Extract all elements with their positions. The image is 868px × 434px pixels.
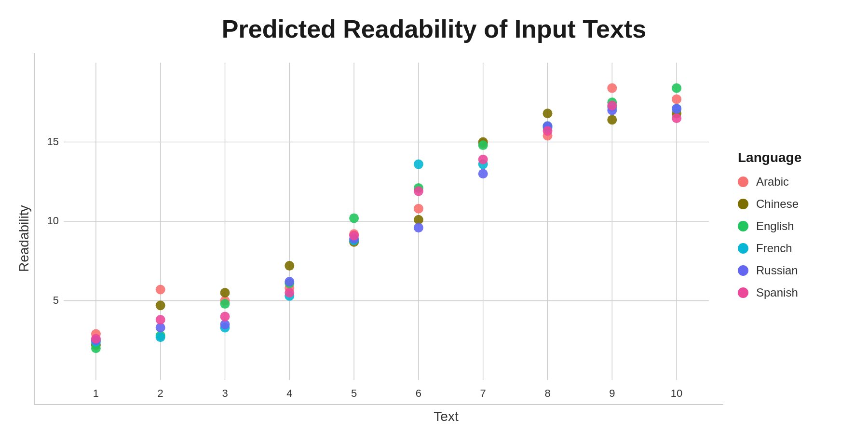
svg-point-78 — [220, 312, 230, 321]
svg-text:9: 9 — [609, 387, 615, 399]
legend-label: Spanish — [756, 286, 798, 299]
legend-label: English — [756, 219, 794, 233]
y-axis-label: Readability — [10, 53, 34, 424]
svg-point-52 — [478, 140, 488, 150]
chart-area-wrapper: 5101512345678910 Language Arabic Chinese… — [34, 53, 858, 424]
svg-text:5: 5 — [53, 294, 59, 306]
svg-point-61 — [414, 160, 423, 169]
svg-text:7: 7 — [480, 387, 486, 399]
legend-item: Russian — [738, 264, 844, 277]
svg-point-71 — [414, 223, 423, 232]
legend-title: Language — [738, 150, 844, 165]
svg-point-69 — [285, 277, 294, 286]
svg-text:15: 15 — [47, 136, 59, 148]
x-axis-label: Text — [34, 409, 858, 424]
svg-text:1: 1 — [93, 387, 99, 399]
legend-items: Arabic Chinese English French Russian Sp… — [738, 175, 844, 308]
legend: Language Arabic Chinese English French R… — [723, 53, 858, 405]
legend-item: Spanish — [738, 286, 844, 299]
legend-dot — [738, 221, 748, 231]
legend-dot — [738, 265, 748, 276]
svg-point-81 — [414, 186, 423, 196]
legend-label: Russian — [756, 264, 798, 277]
svg-point-76 — [91, 334, 101, 343]
svg-point-77 — [156, 315, 165, 325]
svg-point-83 — [543, 126, 553, 136]
legend-item: Chinese — [738, 197, 844, 211]
svg-point-34 — [607, 83, 617, 93]
svg-text:4: 4 — [286, 387, 292, 399]
svg-point-31 — [414, 204, 423, 214]
legend-label: French — [756, 242, 792, 255]
svg-point-72 — [478, 169, 488, 178]
legend-dot — [738, 199, 748, 209]
svg-point-35 — [672, 95, 681, 104]
svg-point-44 — [607, 115, 617, 124]
svg-text:10: 10 — [47, 215, 59, 227]
legend-dot — [738, 243, 748, 254]
svg-point-43 — [543, 108, 553, 118]
svg-text:2: 2 — [158, 387, 163, 399]
svg-point-27 — [156, 285, 165, 294]
legend-label: Arabic — [756, 175, 789, 189]
svg-point-82 — [478, 155, 488, 164]
chart-and-legend: 5101512345678910 Language Arabic Chinese… — [34, 53, 858, 405]
svg-point-79 — [285, 288, 294, 298]
legend-dot — [738, 287, 748, 298]
svg-text:10: 10 — [671, 387, 682, 399]
chart-body: Readability 5101512345678910 Language Ar… — [10, 53, 858, 424]
svg-point-48 — [220, 299, 230, 309]
svg-point-57 — [156, 332, 165, 342]
legend-dot — [738, 176, 748, 187]
svg-text:8: 8 — [544, 387, 550, 399]
svg-point-38 — [220, 288, 230, 298]
svg-text:6: 6 — [416, 387, 421, 399]
svg-point-55 — [672, 83, 681, 93]
svg-point-75 — [672, 104, 681, 113]
scatter-plot: 5101512345678910 — [35, 53, 723, 404]
svg-point-37 — [156, 300, 165, 310]
legend-item: English — [738, 219, 844, 233]
svg-point-84 — [607, 101, 617, 110]
svg-text:3: 3 — [222, 387, 228, 399]
legend-label: Chinese — [756, 197, 799, 211]
chart-title: Predicted Readability of Input Texts — [222, 14, 646, 43]
legend-item: French — [738, 242, 844, 255]
svg-point-85 — [672, 113, 681, 123]
chart-area: 5101512345678910 — [34, 53, 723, 405]
chart-container: Predicted Readability of Input Texts Rea… — [0, 0, 868, 434]
svg-text:5: 5 — [351, 387, 357, 399]
legend-item: Arabic — [738, 175, 844, 189]
svg-point-50 — [349, 213, 359, 223]
svg-point-80 — [349, 231, 359, 241]
svg-point-39 — [285, 261, 294, 271]
